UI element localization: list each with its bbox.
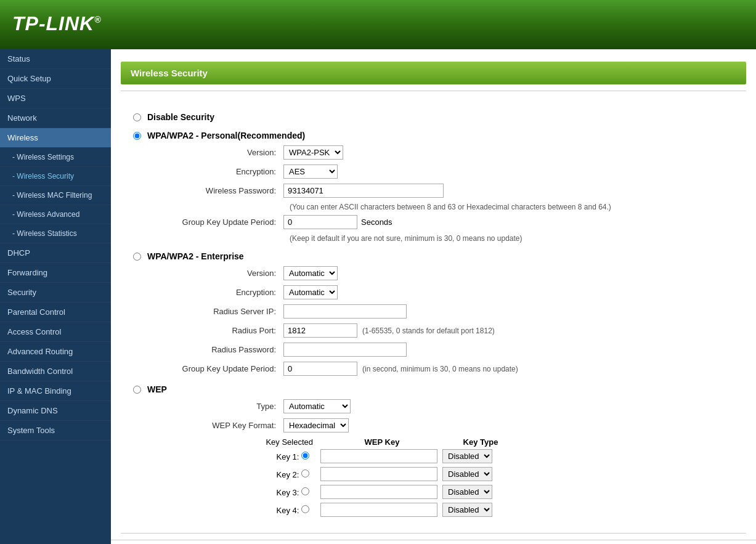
wep-key3-type-select[interactable]: Disabled 64bit 128bit 152bit — [442, 485, 492, 499]
wep-key-format-label: WEP Key Format: — [160, 421, 283, 430]
header: TP-LINK® — [0, 0, 756, 49]
wpa-enterprise-radius-password-row: Radius Password: — [160, 343, 744, 357]
sidebar-item-security[interactable]: Security — [0, 283, 111, 302]
wpa-personal-version-label: Version: — [160, 148, 283, 157]
wep-key2-type-select[interactable]: Disabled 64bit 128bit 152bit — [442, 467, 492, 481]
wpa-enterprise-radius-ip-input[interactable] — [283, 304, 407, 319]
wep-type-select[interactable]: Automatic Open System Shared Key — [283, 399, 351, 413]
wpa-personal-groupkey-input[interactable] — [283, 215, 357, 229]
wep-key-format-row: WEP Key Format: ASCII Hexadecimal — [160, 418, 744, 432]
wpa-enterprise-encryption-row: Encryption: Automatic TKIP AES — [160, 285, 744, 299]
wep-key4-row: Key 4: Disabled 64bit 128bit 152bit — [197, 503, 744, 517]
sidebar-item-quick-setup[interactable]: Quick Setup — [0, 69, 111, 89]
sidebar-item-wireless-statistics[interactable]: - Wireless Statistics — [0, 224, 111, 243]
wpa-enterprise-option: WPA/WPA2 - Enterprise — [133, 251, 744, 261]
wpa-enterprise-groupkey-input[interactable] — [283, 362, 357, 376]
wep-col-wep-key: WEP Key — [320, 437, 444, 447]
sidebar-item-forwarding[interactable]: Forwarding — [0, 263, 111, 283]
wpa-enterprise-groupkey-hint: (in second, minimum is 30, 0 means no up… — [362, 365, 518, 373]
wep-form: Type: Automatic Open System Shared Key W… — [160, 399, 744, 517]
wpa-enterprise-version-row: Version: Automatic WPA WPA2 — [160, 266, 744, 280]
logo-reg: ® — [94, 15, 101, 25]
sidebar-item-parental-control[interactable]: Parental Control — [0, 302, 111, 322]
wpa-enterprise-radius-port-label: Radius Port: — [160, 326, 283, 335]
disable-security-label[interactable]: Disable Security — [147, 112, 214, 122]
wep-key3-radio[interactable] — [301, 487, 309, 495]
wpa-enterprise-radius-port-row: Radius Port: (1-65535, 0 stands for defa… — [160, 323, 744, 338]
sidebar-item-wireless-security[interactable]: - Wireless Security — [0, 167, 111, 186]
wpa-personal-option: WPA/WPA2 - Personal(Recommended) — [133, 131, 744, 140]
main-content: Wireless Security Disable Security WPA/W… — [111, 49, 756, 544]
sidebar-item-bandwidth-control[interactable]: Bandwidth Control — [0, 362, 111, 381]
wpa-personal-version-row: Version: Automatic WPA-PSK WPA2-PSK — [160, 145, 744, 160]
logo: TP-LINK® — [12, 12, 102, 35]
sidebar-item-advanced-routing[interactable]: Advanced Routing — [0, 342, 111, 362]
sidebar-item-status[interactable]: Status — [0, 49, 111, 69]
sidebar-item-dynamic-dns[interactable]: Dynamic DNS — [0, 401, 111, 421]
wpa-personal-version-select[interactable]: Automatic WPA-PSK WPA2-PSK — [283, 145, 343, 160]
wep-col-key-selected: Key Selected — [197, 437, 320, 447]
sidebar-item-wps[interactable]: WPS — [0, 89, 111, 108]
sidebar-item-access-control[interactable]: Access Control — [0, 322, 111, 342]
wep-key-format-select[interactable]: ASCII Hexadecimal — [283, 418, 349, 432]
wpa-personal-encryption-label: Encryption: — [160, 167, 283, 176]
wep-key3-input[interactable] — [320, 485, 437, 499]
wep-key2-row: Key 2: Disabled 64bit 128bit 152bit — [197, 467, 744, 481]
wpa-personal-groupkey-row: Group Key Update Period: Seconds — [160, 215, 744, 229]
wpa-enterprise-label[interactable]: WPA/WPA2 - Enterprise — [147, 251, 244, 261]
page-title: Wireless Security — [131, 68, 208, 78]
wpa-enterprise-form: Version: Automatic WPA WPA2 Encryption: … — [160, 266, 744, 376]
seconds-label: Seconds — [361, 217, 392, 227]
wpa-enterprise-groupkey-row: Group Key Update Period: (in second, min… — [160, 362, 744, 376]
wep-type-label: Type: — [160, 402, 283, 411]
wep-key3-label: Key 3: — [197, 487, 320, 497]
wep-key1-radio[interactable] — [301, 452, 309, 460]
wpa-personal-label[interactable]: WPA/WPA2 - Personal(Recommended) — [147, 131, 305, 140]
wep-key1-label: Key 1: — [197, 452, 320, 461]
wep-table-header: Key Selected WEP Key Key Type — [197, 437, 744, 447]
wep-key1-input[interactable] — [320, 449, 437, 463]
logo-text: TP-LINK — [12, 12, 94, 35]
sidebar-item-system-tools[interactable]: System Tools — [0, 421, 111, 440]
save-section: Save — [111, 540, 756, 544]
content-area: Disable Security WPA/WPA2 - Personal(Rec… — [111, 97, 756, 527]
divider-bottom — [121, 533, 746, 534]
wpa-personal-form: Version: Automatic WPA-PSK WPA2-PSK Encr… — [160, 145, 744, 243]
wep-key4-input[interactable] — [320, 503, 437, 517]
wep-key4-type-select[interactable]: Disabled 64bit 128bit 152bit — [442, 503, 492, 517]
sidebar-item-wireless[interactable]: Wireless — [0, 128, 111, 148]
wpa-enterprise-version-label: Version: — [160, 269, 283, 278]
wep-key4-label: Key 4: — [197, 505, 320, 515]
divider-top — [121, 91, 746, 91]
sidebar-item-dhcp[interactable]: DHCP — [0, 243, 111, 263]
wep-label[interactable]: WEP — [147, 384, 167, 394]
wep-col-key-type: Key Type — [444, 437, 518, 447]
wpa-enterprise-version-select[interactable]: Automatic WPA WPA2 — [283, 266, 338, 280]
main-container: Status Quick Setup WPS Network Wireless … — [0, 49, 756, 544]
wpa-personal-encryption-select[interactable]: Automatic TKIP AES — [283, 164, 338, 179]
wpa-enterprise-radius-password-label: Radius Password: — [160, 345, 283, 354]
sidebar-item-wireless-settings[interactable]: - Wireless Settings — [0, 148, 111, 167]
wpa-enterprise-groupkey-label: Group Key Update Period: — [160, 364, 283, 373]
wpa-personal-groupkey-hint: (Keep it default if you are not sure, mi… — [290, 234, 744, 243]
wpa-personal-password-input[interactable] — [283, 184, 444, 198]
wep-key4-radio[interactable] — [301, 505, 309, 513]
wep-key2-input[interactable] — [320, 467, 437, 481]
wpa-enterprise-radius-password-input[interactable] — [283, 343, 407, 357]
sidebar-item-wireless-mac[interactable]: - Wireless MAC Filtering — [0, 186, 111, 205]
sidebar-item-ip-mac-binding[interactable]: IP & MAC Binding — [0, 381, 111, 401]
disable-security-radio[interactable] — [133, 113, 141, 121]
wep-key1-type-select[interactable]: Disabled 64bit 128bit 152bit — [442, 449, 492, 463]
wpa-enterprise-radius-port-input[interactable] — [283, 323, 357, 338]
sidebar-item-network[interactable]: Network — [0, 108, 111, 128]
wpa-enterprise-radio[interactable] — [133, 253, 141, 261]
wpa-enterprise-radius-ip-row: Radius Server IP: — [160, 304, 744, 319]
wpa-personal-password-hint: (You can enter ASCII characters between … — [290, 203, 744, 211]
sidebar-item-wireless-advanced[interactable]: - Wireless Advanced — [0, 205, 111, 224]
wep-key2-radio[interactable] — [301, 469, 309, 477]
wpa-enterprise-encryption-select[interactable]: Automatic TKIP AES — [283, 285, 338, 299]
wpa-personal-password-label: Wireless Password: — [160, 186, 283, 195]
wpa-personal-radio[interactable] — [133, 132, 141, 140]
sidebar: Status Quick Setup WPS Network Wireless … — [0, 49, 111, 544]
wep-radio[interactable] — [133, 386, 141, 394]
